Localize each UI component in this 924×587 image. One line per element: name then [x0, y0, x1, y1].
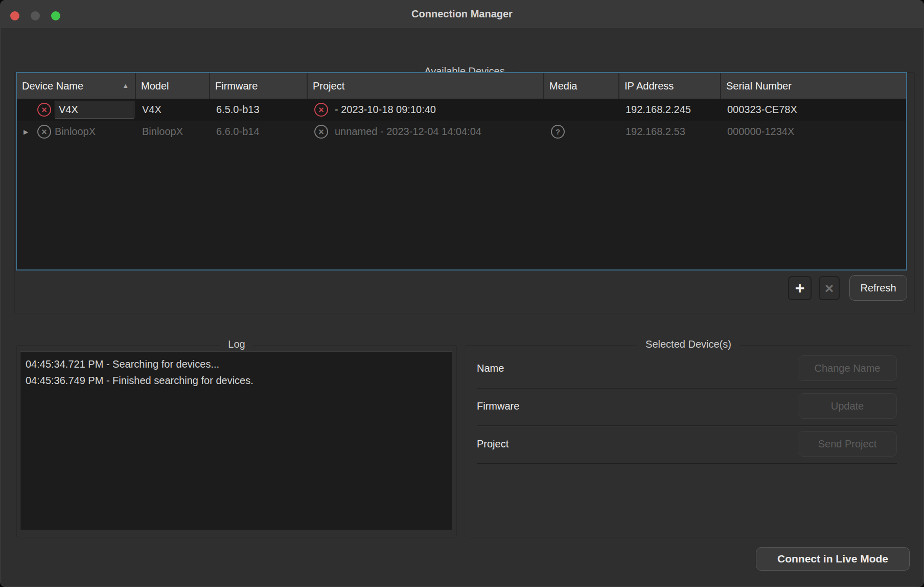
project-label: Project: [477, 431, 509, 457]
titlebar: Connection Manager: [0, 0, 924, 28]
selected-devices-section: Selected Device(s) Name Change Name Firm…: [466, 345, 911, 537]
device-name-label: BinloopX: [55, 126, 96, 138]
firmware-cell: 6.5.0-b13: [210, 99, 308, 121]
selected-firmware-row: Firmware Update: [477, 393, 897, 419]
model-cell: BinloopX: [136, 121, 210, 143]
expand-arrow-icon[interactable]: ▶: [24, 128, 34, 136]
log-line: 04:45:36.749 PM - Finished searching for…: [26, 372, 447, 389]
ip-address-cell: 192.168.2.245: [619, 99, 721, 121]
device-name-editor[interactable]: V4X: [55, 101, 134, 119]
column-header-device-name[interactable]: Device Name ▲: [17, 73, 136, 99]
add-device-button[interactable]: +: [788, 276, 812, 300]
change-name-button[interactable]: Change Name: [798, 355, 897, 381]
column-header-label: Device Name: [22, 80, 83, 92]
firmware-cell: 6.6.0-b14: [210, 121, 308, 143]
device-row-binloopx[interactable]: ▶ × BinloopX BinloopX 6.6.0-b14 × unname…: [17, 121, 906, 143]
window-title: Connection Manager: [0, 0, 924, 28]
column-header-firmware[interactable]: Firmware: [210, 73, 308, 99]
project-offline-icon: ×: [314, 125, 328, 139]
update-firmware-button[interactable]: Update: [798, 393, 897, 419]
separator: [477, 388, 897, 389]
log-output[interactable]: 04:45:34.721 PM - Searching for devices.…: [20, 351, 452, 530]
serial-number-cell: 000323-CE78X: [721, 99, 906, 121]
sort-ascending-icon: ▲: [122, 73, 129, 99]
project-label: - 2023-10-18 09:10:40: [335, 104, 436, 116]
firmware-label: Firmware: [477, 393, 519, 419]
column-header-serial-number[interactable]: Serial Number: [721, 73, 906, 99]
selected-devices-title: Selected Device(s): [637, 338, 740, 350]
send-project-button[interactable]: Send Project: [798, 431, 897, 457]
name-label: Name: [477, 355, 504, 381]
log-section: Log 04:45:34.721 PM - Searching for devi…: [16, 345, 457, 537]
devices-table-header: Device Name ▲ Model Firmware Project Med…: [17, 73, 906, 99]
refresh-button[interactable]: Refresh: [849, 275, 907, 301]
project-cell: × unnamed - 2023-12-04 14:04:04: [308, 125, 544, 139]
separator: [477, 463, 897, 464]
error-status-icon: ×: [37, 103, 51, 117]
column-header-model[interactable]: Model: [136, 73, 210, 99]
device-row-v4x[interactable]: × V4X V4X 6.5.0-b13 × - 2023-10-18 09:10…: [17, 99, 906, 121]
connection-manager-window: Connection Manager Available Devices Dev…: [0, 0, 924, 587]
ip-address-cell: 192.168.2.53: [619, 121, 721, 143]
media-cell: ?: [544, 125, 619, 139]
device-name-cell: × V4X: [17, 101, 136, 119]
log-line: 04:45:34.721 PM - Searching for devices.…: [26, 356, 447, 372]
separator: [477, 425, 897, 426]
selected-name-row: Name Change Name: [477, 355, 897, 381]
log-title: Log: [220, 338, 253, 350]
serial-number-cell: 000000-1234X: [721, 121, 906, 143]
project-error-icon: ×: [314, 103, 328, 117]
media-unknown-icon: ?: [551, 125, 565, 139]
column-header-media[interactable]: Media: [544, 73, 619, 99]
project-label: unnamed - 2023-12-04 14:04:04: [335, 126, 481, 138]
connect-live-mode-button[interactable]: Connect in Live Mode: [756, 547, 910, 571]
project-cell: × - 2023-10-18 09:10:40: [308, 103, 544, 117]
selected-project-row: Project Send Project: [477, 431, 897, 457]
model-cell: V4X: [136, 99, 210, 121]
device-name-cell: ▶ × BinloopX: [17, 125, 136, 139]
remove-device-button[interactable]: ×: [819, 276, 840, 300]
offline-status-icon: ×: [37, 125, 51, 139]
column-header-ip-address[interactable]: IP Address: [619, 73, 721, 99]
devices-table: Device Name ▲ Model Firmware Project Med…: [16, 72, 907, 270]
column-header-project[interactable]: Project: [308, 73, 544, 99]
